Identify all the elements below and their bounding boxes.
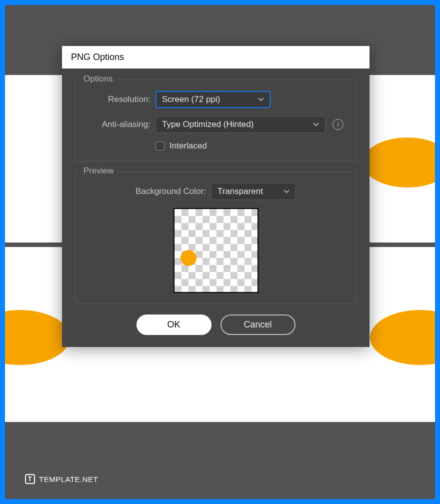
options-legend: Options <box>80 74 116 84</box>
preview-fieldset: Preview Background Color: Transparent <box>75 172 356 304</box>
dialog-buttons: OK Cancel <box>75 314 356 335</box>
dialog-title: PNG Options <box>62 46 370 68</box>
resolution-label: Resolution: <box>86 94 150 104</box>
chevron-down-icon <box>313 122 319 126</box>
watermark-text: TEMPLATE.NET <box>39 475 98 484</box>
interlaced-row: Interlaced <box>156 141 346 151</box>
preview-circle-icon <box>180 250 196 266</box>
info-icon[interactable]: i <box>332 119 344 130</box>
chevron-down-icon <box>258 98 264 102</box>
antialiasing-select[interactable]: Type Optimized (Hinted) <box>156 116 326 133</box>
preview-thumbnail <box>174 208 258 293</box>
resolution-row: Resolution: Screen (72 ppi) <box>86 91 346 108</box>
antialiasing-row: Anti-aliasing: Type Optimized (Hinted) i <box>86 116 346 133</box>
cancel-button[interactable]: Cancel <box>220 314 296 335</box>
resolution-value: Screen (72 ppi) <box>162 94 220 104</box>
bgcolor-label: Background Color: <box>136 186 206 196</box>
resolution-select[interactable]: Screen (72 ppi) <box>156 91 270 108</box>
app-background: PNG Options Options Resolution: Screen (… <box>5 5 435 499</box>
chevron-down-icon <box>284 190 290 194</box>
bgcolor-value: Transparent <box>218 186 263 196</box>
preview-legend: Preview <box>80 166 116 176</box>
bgcolor-select[interactable]: Transparent <box>211 183 296 200</box>
ok-button[interactable]: OK <box>136 314 212 335</box>
interlaced-label: Interlaced <box>170 141 207 151</box>
options-fieldset: Options Resolution: Screen (72 ppi) Anti… <box>75 80 356 162</box>
watermark-icon: T <box>25 474 35 484</box>
bgcolor-row: Background Color: Transparent <box>86 183 346 200</box>
watermark: T TEMPLATE.NET <box>25 474 98 484</box>
png-options-dialog: PNG Options Options Resolution: Screen (… <box>62 46 370 347</box>
interlaced-checkbox[interactable] <box>156 142 164 150</box>
dialog-body: Options Resolution: Screen (72 ppi) Anti… <box>62 68 370 347</box>
antialiasing-label: Anti-aliasing: <box>86 120 150 130</box>
antialiasing-value: Type Optimized (Hinted) <box>162 120 254 130</box>
